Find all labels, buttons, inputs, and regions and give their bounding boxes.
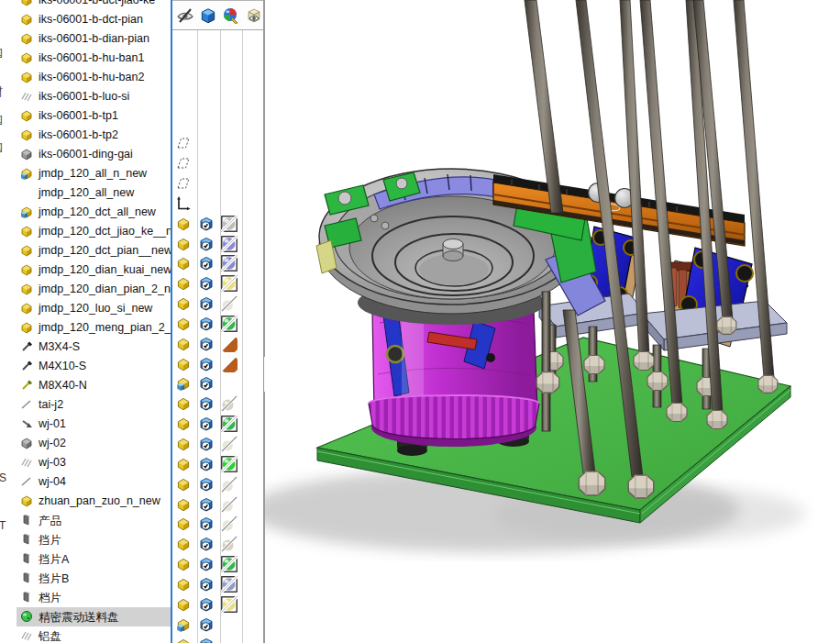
display-mode-cube-icon[interactable]	[198, 375, 215, 392]
display-pane-row[interactable]	[172, 253, 264, 273]
assembly-icon[interactable]	[175, 616, 192, 633]
tree-item[interactable]: wj-03	[0, 453, 171, 472]
plane-icon[interactable]	[175, 135, 192, 151]
tree-item[interactable]: jmdp_120_dian_kuai_new	[0, 261, 171, 280]
tree-item[interactable]: zhuan_pan_zuo_n_new	[0, 492, 171, 511]
tree-item[interactable]: wj-04	[0, 472, 171, 492]
appearance-swatch-orange[interactable]	[221, 336, 238, 352]
tree-item[interactable]: 挡片B	[0, 569, 171, 588]
tree-item[interactable]: jmdp_120_all_n_new	[0, 164, 171, 183]
appearance-swatch-faint[interactable]	[221, 476, 238, 493]
display-pane-row[interactable]	[172, 534, 264, 554]
display-mode-cube-icon[interactable]	[198, 516, 215, 532]
display-pane-row[interactable]	[172, 294, 264, 314]
display-mode-cube-icon[interactable]	[198, 416, 215, 432]
appearance-swatch-faint[interactable]	[221, 295, 238, 312]
tree-item[interactable]: jmdp_120_meng_pian_2_	[0, 318, 171, 338]
display-mode-cube-icon[interactable]	[198, 275, 215, 292]
tree-item[interactable]: iks-06001-b-dian-pian	[0, 29, 171, 49]
part-icon[interactable]	[175, 496, 192, 513]
part-icon[interactable]	[175, 275, 192, 292]
appearance-swatch-green[interactable]	[221, 416, 238, 432]
tree-item[interactable]: tai-j2	[0, 395, 171, 415]
appearance-swatch-faint[interactable]	[221, 516, 238, 532]
display-mode-cube-icon[interactable]	[198, 576, 215, 593]
display-pane-row[interactable]	[172, 615, 264, 635]
display-pane-row[interactable]	[172, 94, 264, 114]
appearance-swatch-yellow[interactable]	[221, 275, 238, 292]
tree-item[interactable]: 铝盘	[0, 626, 171, 643]
tree-item[interactable]: iks-06001-b-hu-ban2	[0, 68, 171, 87]
display-pane-row[interactable]	[172, 273, 264, 294]
display-pane-row[interactable]	[172, 574, 264, 594]
part-icon[interactable]	[175, 456, 192, 472]
part-icon[interactable]	[175, 536, 192, 552]
tree-item[interactable]: jmdp_120_dian_pian_2_n	[0, 280, 171, 299]
appearance-swatch-purple[interactable]	[221, 236, 238, 252]
plane-icon[interactable]	[175, 175, 192, 192]
assembly-icon[interactable]	[175, 375, 192, 392]
display-pane-row[interactable]	[172, 334, 264, 354]
display-pane-row[interactable]	[172, 194, 264, 214]
display-pane-row[interactable]	[172, 414, 264, 434]
plane-icon[interactable]	[175, 155, 192, 172]
display-mode-cube-icon[interactable]	[198, 556, 215, 572]
display-pane-row[interactable]	[172, 33, 264, 53]
part-icon[interactable]	[175, 236, 192, 252]
display-pane-row[interactable]	[172, 113, 264, 133]
appearance-swatch-faint[interactable]	[221, 496, 238, 513]
part-icon[interactable]	[175, 436, 192, 452]
display-mode-cube-icon[interactable]	[198, 596, 215, 613]
part-icon[interactable]	[175, 596, 192, 613]
display-pane-row[interactable]	[172, 454, 264, 474]
display-mode-cube-icon[interactable]	[198, 637, 215, 643]
tree-item[interactable]: iks-06001-b-dct-pian	[0, 10, 171, 29]
display-pane-row[interactable]	[172, 153, 264, 173]
appearance-swatch-bluegray[interactable]	[221, 576, 238, 593]
appearance-swatch-faintsphere[interactable]	[221, 536, 238, 552]
tree-item[interactable]: iks-06001-b-luo-si	[0, 87, 171, 106]
display-pane-row[interactable]	[172, 314, 264, 334]
appearance-swatch-yellow[interactable]	[221, 596, 238, 613]
display-mode-cube-icon[interactable]	[198, 496, 215, 513]
display-pane-row[interactable]	[172, 514, 264, 534]
display-pane-row[interactable]	[172, 73, 264, 94]
part-icon[interactable]	[175, 576, 192, 593]
display-mode-cube-icon[interactable]	[198, 236, 215, 252]
tree-item-selected[interactable]: 精密震动送料盘	[0, 607, 171, 626]
display-mode-cube-icon[interactable]	[198, 336, 215, 352]
appearance-swatch-green2[interactable]	[221, 456, 238, 472]
display-pane-row[interactable]	[172, 214, 264, 234]
display-pane-row[interactable]	[172, 434, 264, 454]
part-icon[interactable]	[175, 336, 192, 352]
hide-show-icon[interactable]	[176, 6, 194, 25]
part-icon[interactable]	[175, 356, 192, 372]
display-mode-icon[interactable]	[199, 6, 217, 25]
display-pane-row[interactable]	[172, 234, 264, 254]
part-icon[interactable]	[175, 395, 192, 412]
display-pane-row[interactable]	[172, 373, 264, 394]
tree-item[interactable]: M4X10-S	[0, 357, 171, 376]
tree-item[interactable]: iks-06001-b-tp1	[0, 106, 171, 126]
tree-item[interactable]: 档片	[0, 588, 171, 607]
display-pane-row[interactable]	[172, 554, 264, 574]
transparency-icon[interactable]	[245, 6, 263, 25]
tree-item[interactable]: jmdp_120_dct_pian__new	[0, 241, 171, 261]
part-icon[interactable]	[175, 416, 192, 432]
appearance-swatch-faint[interactable]	[221, 436, 238, 452]
display-mode-cube-icon[interactable]	[198, 316, 215, 332]
display-mode-cube-icon[interactable]	[198, 356, 215, 372]
part-icon[interactable]	[175, 476, 192, 493]
appearance-swatch-silver[interactable]	[221, 216, 238, 232]
part-icon[interactable]	[175, 556, 192, 572]
appearance-swatch-green[interactable]	[221, 556, 238, 572]
part-icon[interactable]	[175, 295, 192, 312]
display-mode-cube-icon[interactable]	[198, 295, 215, 312]
display-pane-row[interactable]	[172, 635, 264, 643]
appearance-swatch-orange[interactable]	[221, 356, 238, 372]
tree-item[interactable]: wj-02	[0, 434, 171, 453]
tree-item[interactable]: iks-06001-b-tp2	[0, 126, 171, 145]
display-mode-cube-icon[interactable]	[198, 476, 215, 493]
tree-item[interactable]: 挡片	[0, 530, 171, 549]
tree-item[interactable]: iks-06001-b-dct-jiao-ke	[0, 0, 171, 10]
